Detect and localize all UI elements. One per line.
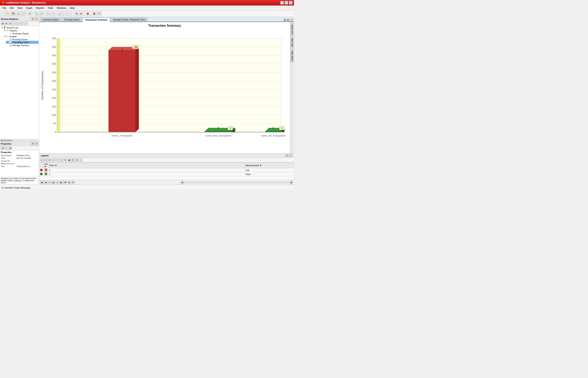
tb-c3[interactable]: 📉 bbox=[67, 11, 72, 16]
leg-foot-2[interactable]: ◀ bbox=[44, 181, 47, 184]
tb-print[interactable]: 🖨 bbox=[16, 11, 21, 16]
explorer-pin[interactable]: 📌 bbox=[31, 17, 34, 21]
menu-windows[interactable]: Windows bbox=[55, 6, 68, 10]
maximize-button[interactable]: □ bbox=[285, 1, 288, 4]
explorer-scrollbar[interactable] bbox=[0, 139, 39, 141]
summary-report-label: Summary Report bbox=[12, 32, 29, 35]
tb-e1[interactable]: 📥 bbox=[86, 11, 90, 16]
menu-reports[interactable]: Reports bbox=[34, 6, 46, 10]
minimize-button[interactable]: ─ bbox=[280, 1, 284, 4]
menu-view[interactable]: View bbox=[16, 6, 24, 10]
legend-th-measurement[interactable]: Measurement ▼ bbox=[245, 163, 294, 168]
leg-tb-10[interactable]: ⬇ bbox=[75, 158, 79, 162]
leg-foot-4[interactable]: ▶ bbox=[52, 181, 55, 184]
pass-color-swatch bbox=[40, 173, 42, 175]
leg-tb-8[interactable]: ▦ bbox=[67, 158, 71, 162]
legend-close[interactable]: ✕ bbox=[289, 154, 293, 157]
leg-foot-3[interactable]: ◁ bbox=[48, 181, 51, 184]
tb-f1[interactable]: 📤 bbox=[92, 11, 97, 16]
props-tb-sort[interactable]: ↕ bbox=[5, 146, 8, 150]
graphs-toggle[interactable]: ▼ bbox=[3, 36, 6, 38]
tab-transaction-summary[interactable]: Transaction Summary bbox=[83, 18, 110, 22]
tb-d1[interactable]: ◀ bbox=[74, 11, 79, 16]
legend-th-col[interactable]: Col ▼ bbox=[43, 163, 49, 168]
leg-tb-1[interactable]: ↩ bbox=[40, 158, 43, 162]
tree-root[interactable]: ▼ 🗄 Session1.lra bbox=[0, 26, 38, 29]
side-tab-raw-data[interactable]: Raw Data bbox=[290, 37, 294, 49]
fail-checkbox[interactable] bbox=[45, 169, 47, 171]
leg-foot-scroll-left[interactable]: ◀ bbox=[180, 181, 184, 184]
tree-avg-transac[interactable]: 📊 Average Transac... bbox=[6, 44, 38, 47]
exp-down[interactable]: ↓ bbox=[16, 22, 20, 25]
tb-c2[interactable]: 📈 bbox=[62, 11, 67, 16]
leg-foot-1[interactable]: |◀ bbox=[40, 181, 43, 184]
close-button[interactable]: ✕ bbox=[289, 1, 293, 4]
props-tb-grid[interactable]: ⊞ bbox=[9, 146, 12, 150]
legend-pin[interactable]: 📌 bbox=[285, 154, 289, 157]
tabs-nav-left[interactable]: ◀ bbox=[283, 18, 286, 22]
leg-tb-2[interactable]: ⛶ bbox=[44, 158, 47, 162]
menu-help[interactable]: Help bbox=[68, 6, 76, 10]
tab-running-vusers[interactable]: Running Vusers bbox=[62, 17, 82, 22]
tabs-close[interactable]: ✕ bbox=[290, 18, 293, 22]
leg-tb-7[interactable]: ⬆ bbox=[64, 158, 67, 162]
leg-tb-9[interactable]: ⬆ bbox=[71, 158, 75, 162]
leg-foot-8[interactable]: ⊞ bbox=[67, 181, 71, 184]
legend-check-pass[interactable] bbox=[43, 172, 49, 176]
leg-tb-5[interactable]: ⤴ bbox=[56, 158, 59, 162]
leg-foot-6[interactable]: ▶| bbox=[60, 181, 63, 184]
props-close[interactable]: ✕ bbox=[35, 142, 38, 146]
tb-open[interactable]: 📂 bbox=[6, 11, 11, 16]
leg-tb-11[interactable]: ↕ bbox=[79, 158, 83, 162]
root-toggle[interactable]: ▼ bbox=[1, 27, 3, 29]
menu-graph[interactable]: Graph bbox=[24, 6, 34, 10]
leg-tb-4[interactable]: ↪ bbox=[52, 158, 55, 162]
props-pin[interactable]: 📌 bbox=[31, 142, 34, 146]
leg-foot-9[interactable]: ▼ bbox=[71, 181, 75, 184]
tb-f2[interactable]: ⚙ bbox=[97, 11, 102, 16]
exp-up[interactable]: ↑ bbox=[13, 22, 16, 25]
tb-filter[interactable]: ▼ bbox=[28, 11, 32, 16]
leg-foot-7[interactable]: ✱ bbox=[64, 181, 67, 184]
leg-foot-5[interactable]: ▷ bbox=[56, 181, 59, 184]
exp-right[interactable]: → bbox=[24, 22, 28, 25]
menu-tools[interactable]: Tools bbox=[46, 6, 55, 10]
tb-c1[interactable]: 📊 bbox=[57, 11, 62, 16]
tb-d2[interactable]: ▶ bbox=[79, 11, 84, 16]
reports-toggle[interactable]: ▼ bbox=[3, 30, 6, 32]
tree-reports[interactable]: ▼ 📁 Reports bbox=[3, 29, 38, 32]
leg-foot-scroll-right[interactable]: ▶ bbox=[290, 181, 293, 184]
tb-save[interactable]: 💾 bbox=[11, 11, 16, 16]
side-tab-user-notes[interactable]: User Notes bbox=[290, 23, 294, 36]
exp-left[interactable]: ← bbox=[20, 22, 24, 25]
leg-tb-6[interactable]: ⤵ bbox=[60, 158, 63, 162]
exp-add[interactable]: ➕ bbox=[1, 22, 4, 25]
tb-print2[interactable]: 📋 bbox=[21, 11, 26, 16]
tb-redo[interactable]: ↪ bbox=[51, 11, 55, 16]
tree-transaction-sum[interactable]: 📊 Transaction Sum... bbox=[6, 41, 38, 44]
legend-scrollbar[interactable] bbox=[184, 182, 289, 183]
exp-arrow[interactable]: ▼ bbox=[5, 22, 8, 25]
tab-summary-report[interactable]: Summary Report bbox=[40, 17, 61, 22]
tabs-nav-right[interactable]: ▶ bbox=[287, 18, 290, 22]
menu-file[interactable]: File bbox=[1, 6, 8, 10]
explorer-close[interactable]: ✕ bbox=[35, 17, 38, 21]
menu-edit[interactable]: Edit bbox=[8, 6, 15, 10]
tree-summary-report[interactable]: 📄 Summary Report bbox=[6, 32, 38, 35]
tb-b1[interactable]: 🔍 bbox=[34, 11, 39, 16]
tree-graphs[interactable]: ▼ 📁 Graphs bbox=[3, 35, 38, 38]
tb-new[interactable]: 📄 bbox=[1, 11, 5, 16]
props-tb-az[interactable]: AZ bbox=[1, 146, 4, 150]
tb-undo[interactable]: ↩ bbox=[46, 11, 50, 16]
exp-del[interactable]: ✕ bbox=[9, 22, 12, 25]
tree-running-vusers[interactable]: 📊 Running Vusers bbox=[6, 38, 38, 41]
side-tab-graph-data[interactable]: Graph Data bbox=[290, 49, 294, 63]
leg-tb-3[interactable]: ↩ bbox=[48, 158, 51, 162]
legend-check-fail[interactable] bbox=[43, 168, 49, 172]
tab-avg-response-time[interactable]: Average Transa...Response Time bbox=[111, 17, 148, 22]
scrollbar-thumb[interactable] bbox=[0, 140, 12, 141]
pass-checkbox[interactable] bbox=[45, 173, 47, 175]
tb-b2[interactable]: 🔎 bbox=[39, 11, 44, 16]
legend-table: Col ▼ Scen ▼ Measurement ▼ bbox=[39, 162, 294, 176]
legend-th-scen[interactable]: Scen ▼ bbox=[48, 163, 245, 168]
